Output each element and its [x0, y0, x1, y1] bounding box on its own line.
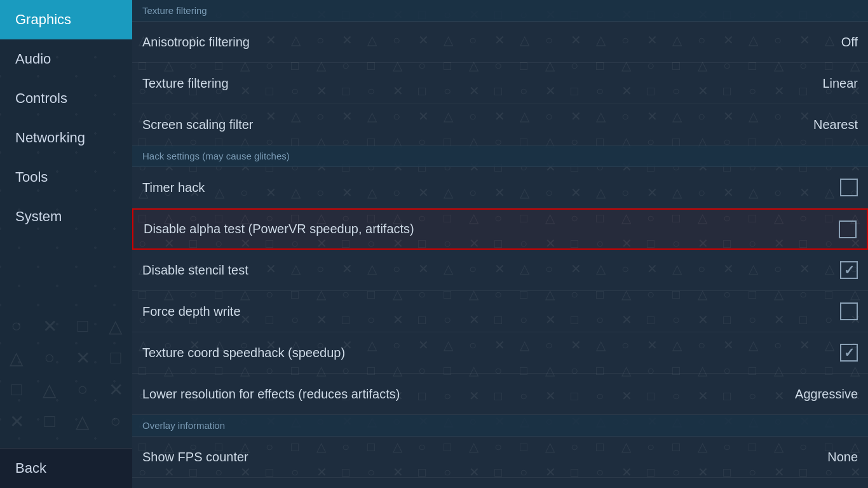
setting-label-lower-resolution-effects: Lower resolution for effects (reduces ar…: [142, 387, 400, 402]
setting-row-lower-resolution-effects[interactable]: Lower resolution for effects (reduces ar…: [132, 374, 868, 415]
sidebar-item-label: Networking: [15, 130, 85, 146]
sidebar-item-label: Tools: [15, 169, 48, 186]
setting-label-timer-hack: Timer hack: [142, 180, 205, 195]
setting-row-timer-hack[interactable]: Timer hack: [132, 167, 868, 208]
setting-row-force-depth-write[interactable]: Force depth write: [132, 291, 868, 332]
setting-label-texture-coord-speedhack: Texture coord speedhack (speedup): [142, 346, 345, 360]
setting-row-texture-filtering[interactable]: Texture filteringLinear: [132, 63, 868, 104]
setting-label-force-depth-write: Force depth write: [142, 304, 241, 319]
section-header-overlay-information-section: Overlay information: [132, 415, 868, 437]
setting-row-screen-scaling-filter[interactable]: Screen scaling filterNearest: [132, 104, 868, 146]
checkbox-force-depth-write[interactable]: [840, 302, 858, 320]
setting-row-anisotropic-filtering[interactable]: Anisotropic filteringOff: [132, 22, 868, 63]
setting-value-anisotropic-filtering: Off: [841, 35, 858, 50]
back-button[interactable]: Back: [0, 448, 132, 488]
setting-row-disable-stencil-test[interactable]: Disable stencil test: [132, 250, 868, 291]
checkbox-texture-coord-speedhack[interactable]: [840, 344, 858, 362]
main-content: Texture filteringAnisotropic filteringOf…: [132, 0, 868, 488]
setting-value-show-fps-counter: None: [827, 450, 858, 464]
setting-label-texture-filtering: Texture filtering: [142, 76, 229, 91]
settings-content: Texture filteringAnisotropic filteringOf…: [132, 0, 868, 488]
setting-label-show-fps-counter: Show FPS counter: [142, 450, 248, 464]
sidebar-item-label: System: [15, 208, 62, 225]
section-header-hack-settings-section: Hack settings (may cause glitches): [132, 146, 868, 167]
checkbox-disable-stencil-test[interactable]: [840, 261, 858, 279]
sidebar-item-label: Graphics: [15, 11, 71, 28]
sidebar-item-label: Audio: [15, 51, 51, 67]
setting-row-show-fps-counter[interactable]: Show FPS counterNone: [132, 437, 868, 478]
sidebar-item-tools[interactable]: Tools: [0, 158, 132, 197]
sidebar-item-audio[interactable]: Audio: [0, 39, 132, 79]
sidebar-item-networking[interactable]: Networking: [0, 118, 132, 158]
sidebar-item-controls[interactable]: Controls: [0, 79, 132, 118]
setting-value-lower-resolution-effects: Aggressive: [795, 387, 858, 402]
setting-value-screen-scaling-filter: Nearest: [813, 118, 858, 132]
sidebar-item-graphics[interactable]: Graphics: [0, 0, 132, 39]
sidebar-item-label: Controls: [15, 90, 67, 107]
section-header-texture-filtering-section: Texture filtering: [132, 0, 868, 22]
sidebar: ○✕□△ △○✕□ □△○✕ ✕□△○ GraphicsAudioControl…: [0, 0, 132, 488]
ps-bg-symbols: ○✕□△ △○✕□ □△○✕ ✕□△○: [0, 310, 132, 437]
checkbox-timer-hack[interactable]: [840, 179, 858, 196]
setting-label-screen-scaling-filter: Screen scaling filter: [142, 118, 254, 132]
back-label: Back: [15, 460, 46, 476]
setting-row-disable-alpha-test[interactable]: Disable alpha test (PowerVR speedup, art…: [132, 208, 868, 250]
setting-label-disable-alpha-test: Disable alpha test (PowerVR speedup, art…: [144, 222, 414, 236]
setting-value-texture-filtering: Linear: [822, 76, 858, 91]
setting-row-texture-coord-speedhack[interactable]: Texture coord speedhack (speedup): [132, 332, 868, 374]
checkbox-disable-alpha-test[interactable]: [839, 220, 857, 238]
setting-label-anisotropic-filtering: Anisotropic filtering: [142, 35, 250, 50]
sidebar-item-system[interactable]: System: [0, 197, 132, 236]
setting-label-disable-stencil-test: Disable stencil test: [142, 263, 248, 278]
